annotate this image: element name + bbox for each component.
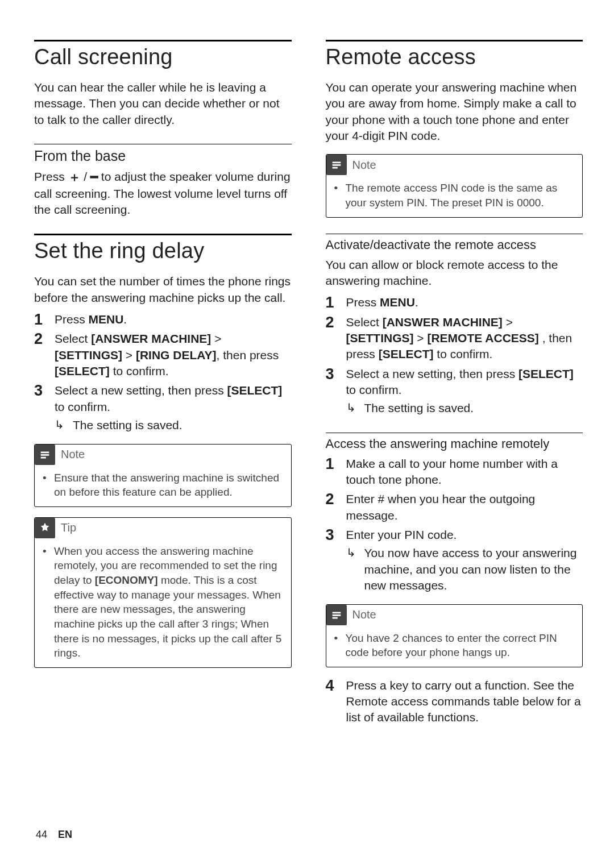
step-item: 3 Select a new setting, then press [SELE…: [34, 383, 292, 433]
section-from-base: From the base Press ＋ / ━ to adjust the …: [34, 144, 292, 218]
note-icon: [326, 605, 347, 625]
step-item: 2 Select [ANSWER MACHINE] > [SETTINGS] >…: [34, 331, 292, 379]
step-item: 1 Make a call to your home number with a…: [326, 456, 583, 488]
section-call-screening: Call screening You can hear the caller w…: [34, 40, 292, 128]
steps-list: 1 Press MENU. 2 Select [ANSWER MACHINE] …: [326, 294, 583, 416]
page-number: 44: [36, 829, 47, 840]
paragraph: You can operate your answering machine w…: [326, 80, 583, 144]
section-access-remotely: Access the answering machine remotely 1 …: [326, 433, 583, 726]
paragraph: You can hear the caller while he is leav…: [34, 80, 292, 128]
step-item: 4 Press a key to carry out a function. S…: [326, 678, 583, 726]
page-lang: EN: [58, 829, 72, 840]
steps-list: 1 Make a call to your home number with a…: [326, 456, 583, 594]
section-remote-access: Remote access You can operate your answe…: [326, 40, 583, 218]
right-column: Remote access You can operate your answe…: [326, 40, 583, 742]
step-item: 3 Select a new setting, then press [SELE…: [326, 366, 583, 417]
arrow-icon: ↳: [55, 417, 67, 432]
heading-access-remotely: Access the answering machine remotely: [326, 437, 583, 451]
paragraph: You can set the number of times the phon…: [34, 273, 292, 306]
note-icon: [326, 155, 347, 175]
left-column: Call screening You can hear the caller w…: [34, 40, 292, 742]
note-icon: [35, 445, 55, 465]
minus-icon: ━: [90, 170, 98, 184]
paragraph: You can allow or block remote access to …: [326, 257, 583, 289]
note-callout: Note Ensure that the answering machine i…: [34, 444, 292, 507]
steps-list: 4 Press a key to carry out a function. S…: [326, 678, 583, 726]
page-footer: 44 EN: [36, 829, 72, 841]
note-item: The remote access PIN code is the same a…: [334, 181, 575, 210]
step-item: 1 Press MENU.: [34, 312, 292, 327]
step-item: 2 Select [ANSWER MACHINE] > [SETTINGS] >…: [326, 314, 583, 363]
heading-from-base: From the base: [34, 148, 292, 164]
note-item: Ensure that the answering machine is swi…: [43, 471, 283, 500]
paragraph: Press ＋ / ━ to adjust the speaker volume…: [34, 169, 292, 218]
arrow-icon: ↳: [346, 545, 359, 560]
steps-list: 1 Press MENU. 2 Select [ANSWER MACHINE] …: [34, 312, 292, 433]
tip-item: When you access the answering machine re…: [43, 544, 283, 661]
heading-remote-access: Remote access: [326, 45, 583, 69]
step-item: 3 Enter your PIN code. ↳ You now have ac…: [326, 527, 583, 593]
plus-icon: ＋: [68, 170, 81, 184]
section-ring-delay: Set the ring delay You can set the numbe…: [34, 234, 292, 668]
note-item: You have 2 chances to enter the correct …: [334, 631, 575, 660]
tip-icon: [35, 518, 55, 538]
note-callout: Note You have 2 chances to enter the cor…: [326, 604, 583, 667]
section-activate-remote: Activate/deactivate the remote access Yo…: [326, 234, 583, 417]
heading-call-screening: Call screening: [34, 45, 292, 69]
arrow-icon: ↳: [346, 400, 359, 415]
step-item: 1 Press MENU.: [326, 294, 583, 310]
tip-callout: Tip When you access the answering machin…: [34, 517, 292, 668]
note-callout: Note The remote access PIN code is the s…: [326, 154, 583, 217]
step-item: 2 Enter # when you hear the outgoing mes…: [326, 491, 583, 524]
heading-ring-delay: Set the ring delay: [34, 239, 292, 263]
heading-activate-remote: Activate/deactivate the remote access: [326, 238, 583, 252]
